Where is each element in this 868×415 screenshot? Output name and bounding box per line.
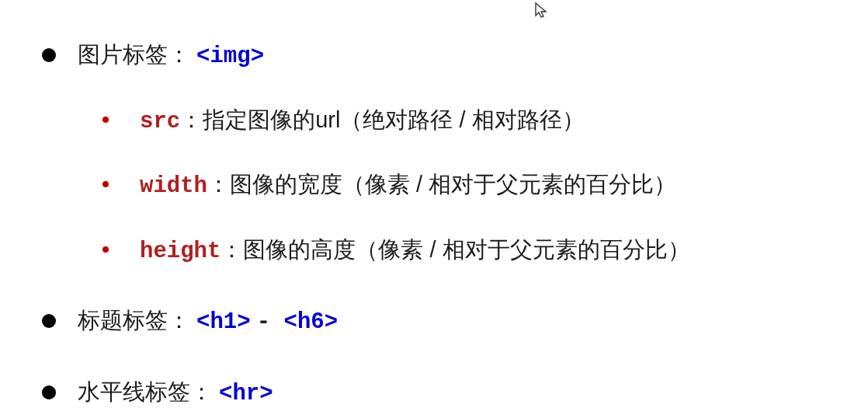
item-line: 图片标签： <img> (78, 39, 868, 73)
item-label: 标题标签： (78, 308, 190, 333)
attr-item-height: height：图像的高度（像素 / 相对于父元素的百分比） (78, 234, 868, 268)
attr-name: height (140, 239, 220, 264)
item-line: 标题标签： <h1> - <h6> (78, 305, 868, 339)
item-label: 图片标签： (78, 42, 190, 67)
tag-code: <hr> (219, 381, 273, 406)
attr-desc: ：指定图像的url（绝对路径 / 相对路径） (180, 107, 584, 132)
list-item-hr-tag: 水平线标签： <hr> (37, 376, 868, 410)
attr-line: width：图像的宽度（像素 / 相对于父元素的百分比） (140, 169, 868, 203)
attr-desc: ：图像的宽度（像素 / 相对于父元素的百分比） (207, 172, 676, 197)
item-line: 水平线标签： <hr> (78, 376, 868, 410)
tag-code: <img> (196, 44, 264, 69)
item-label: 水平线标签： (78, 379, 213, 404)
tag-code: <h6> (284, 309, 339, 335)
attr-item-src: src：指定图像的url（绝对路径 / 相对路径） (78, 104, 868, 138)
attr-desc: ：图像的高度（像素 / 相对于父元素的百分比） (220, 237, 689, 262)
list-item-heading-tag: 标题标签： <h1> - <h6> (37, 305, 868, 339)
attr-list: src：指定图像的url（绝对路径 / 相对路径） width：图像的宽度（像素… (78, 104, 868, 268)
attr-name: src (140, 109, 180, 134)
cursor-icon (534, 2, 548, 23)
attr-line: height：图像的高度（像素 / 相对于父元素的百分比） (140, 234, 868, 268)
list-item-img-tag: 图片标签： <img> src：指定图像的url（绝对路径 / 相对路径） wi… (37, 39, 868, 267)
main-list: 图片标签： <img> src：指定图像的url（绝对路径 / 相对路径） wi… (37, 39, 868, 410)
tag-code: <h1> (196, 309, 251, 335)
tag-sep: - (257, 309, 284, 335)
attr-line: src：指定图像的url（绝对路径 / 相对路径） (140, 104, 868, 138)
attr-item-width: width：图像的宽度（像素 / 相对于父元素的百分比） (78, 169, 868, 203)
attr-name: width (140, 173, 207, 199)
